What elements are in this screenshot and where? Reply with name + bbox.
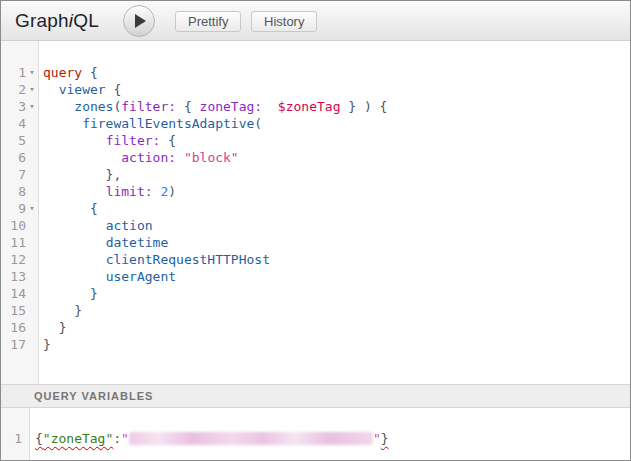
token-p: ) — [168, 184, 176, 199]
token-kw: query — [43, 65, 82, 80]
json-key-zonetag: "zoneTag" — [43, 431, 113, 446]
variables-code-area[interactable]: {"zoneTag":""} — [30, 408, 630, 460]
fold-toggle-icon[interactable]: ▾ — [26, 81, 38, 98]
code-line: userAgent — [43, 268, 630, 285]
fold-cell — [26, 319, 38, 336]
gutter-row: 4 — [1, 115, 38, 132]
token-p — [43, 184, 106, 199]
prettify-button[interactable]: Prettify — [175, 11, 241, 32]
fold-cell — [26, 234, 38, 251]
token-attr: action: — [121, 150, 176, 165]
gutter-row: 11 — [1, 234, 38, 251]
graphiql-logo: GraphiQL — [15, 10, 99, 32]
line-number: 15 — [1, 302, 26, 319]
line-number: 1 — [14, 431, 22, 446]
code-line: }, — [43, 166, 630, 183]
token-p: { — [43, 201, 98, 216]
toolbar: GraphiQL Prettify History — [1, 1, 630, 41]
fold-toggle-icon[interactable]: ▾ — [26, 200, 38, 217]
gutter-row: 16 — [1, 319, 38, 336]
query-code-area[interactable]: query { viewer { zones(filter: { zoneTag… — [39, 41, 630, 384]
json-close-brace: } — [381, 431, 389, 446]
token-p — [43, 116, 82, 131]
token-prop: userAgent — [106, 269, 176, 284]
gutter-row: 10 — [1, 217, 38, 234]
fold-cell — [26, 285, 38, 302]
token-p: } — [43, 286, 98, 301]
line-number: 17 — [1, 336, 26, 353]
line-number: 11 — [1, 234, 26, 251]
gutter-row: 7 — [1, 166, 38, 183]
token-p: { — [160, 133, 176, 148]
gutter-row: 1▾ — [1, 64, 38, 81]
fold-cell — [26, 251, 38, 268]
token-p — [43, 133, 106, 148]
json-value-open-quote: " — [121, 431, 129, 446]
token-p — [43, 82, 59, 97]
line-number: 8 — [1, 183, 26, 200]
fold-cell — [26, 217, 38, 234]
token-p — [43, 269, 106, 284]
variables-gutter: 1 — [1, 408, 30, 460]
fold-cell — [26, 115, 38, 132]
line-number: 6 — [1, 149, 26, 166]
logo-text-pre: Graph — [15, 10, 69, 31]
token-p — [43, 252, 106, 267]
line-number: 14 — [1, 285, 26, 302]
code-line: } — [43, 336, 630, 353]
json-value-close-quote: " — [373, 431, 381, 446]
token-p: } — [43, 337, 51, 352]
query-variables-title-bar[interactable]: QUERY VARIABLES — [1, 384, 630, 408]
token-p — [43, 218, 106, 233]
fold-cell — [26, 132, 38, 149]
fold-toggle-icon[interactable]: ▾ — [26, 98, 38, 115]
execute-query-button[interactable] — [123, 5, 155, 37]
token-prop: action — [106, 218, 153, 233]
variables-editor[interactable]: 1 {"zoneTag":""} — [1, 408, 630, 460]
line-number: 1 — [1, 64, 26, 81]
gutter-row: 8 — [1, 183, 38, 200]
line-number: 4 — [1, 115, 26, 132]
fold-toggle-icon[interactable]: ▾ — [26, 64, 38, 81]
token-p — [43, 99, 74, 114]
gutter-row: 17 — [1, 336, 38, 353]
token-p: } ) { — [340, 99, 387, 114]
gutter-row: 6 — [1, 149, 38, 166]
gutter-row: 5 — [1, 132, 38, 149]
token-p: { — [176, 99, 199, 114]
query-editor[interactable]: 1▾2▾3▾456789▾1011121314151617 query { vi… — [1, 41, 630, 384]
graphiql-app: GraphiQL Prettify History 1▾2▾3▾456789▾1… — [0, 0, 631, 461]
token-attr: zoneTag: — [200, 99, 263, 114]
line-number: 16 — [1, 319, 26, 336]
fold-cell: ▾ — [26, 200, 38, 217]
code-line: } — [43, 319, 630, 336]
code-line: clientRequestHTTPHost — [43, 251, 630, 268]
line-number: 7 — [1, 166, 26, 183]
line-number: 5 — [1, 132, 26, 149]
token-prop: firewallEventsAdaptive — [82, 116, 254, 131]
token-var: $zoneTag — [278, 99, 341, 114]
line-number: 3 — [1, 98, 26, 115]
code-line: limit: 2) — [43, 183, 630, 200]
code-line: firewallEventsAdaptive( — [43, 115, 630, 132]
gutter-row: 14 — [1, 285, 38, 302]
token-prop: viewer — [59, 82, 106, 97]
token-prop: datetime — [106, 235, 169, 250]
token-prop: zones — [74, 99, 113, 114]
gutter-row: 12 — [1, 251, 38, 268]
code-line: action — [43, 217, 630, 234]
code-line: query { — [43, 64, 630, 81]
redacted-zone-tag-value — [129, 432, 373, 445]
token-prop: clientRequestHTTPHost — [106, 252, 270, 267]
token-p: } — [43, 320, 66, 335]
gutter-row: 2▾ — [1, 81, 38, 98]
code-line: action: "block" — [43, 149, 630, 166]
json-open-brace: { — [35, 431, 43, 446]
token-p — [43, 235, 106, 250]
line-number: 13 — [1, 268, 26, 285]
history-button[interactable]: History — [251, 11, 317, 32]
token-p: { — [106, 82, 122, 97]
json-colon: : — [113, 431, 121, 446]
fold-cell: ▾ — [26, 81, 38, 98]
code-line: { — [43, 200, 630, 217]
